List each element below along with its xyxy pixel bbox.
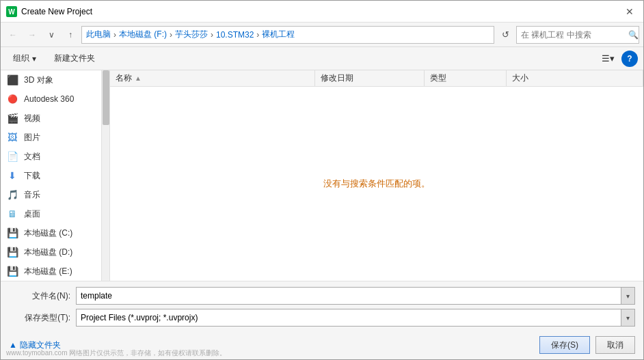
- file-area: 名称 ▲ 修改日期 类型 大小 没有与搜索条件匹配的项。: [110, 70, 643, 281]
- sidebar-item-driveE[interactable]: 💾 本地磁盘 (E:): [1, 262, 101, 281]
- sidebar-label-autodesk: Autodesk 360: [24, 94, 96, 104]
- sidebar-item-autodesk[interactable]: 🔴 Autodesk 360: [1, 89, 101, 109]
- sidebar-label-driveE: 本地磁盘 (E:): [24, 266, 96, 277]
- dialog-window: W Create New Project ✕ ← → ∨ ↑ 此电脑 › 本地磁…: [0, 0, 644, 360]
- file-header: 名称 ▲ 修改日期 类型 大小: [110, 70, 643, 87]
- help-button[interactable]: ?: [621, 51, 638, 67]
- sidebar-label-music: 音乐: [24, 189, 96, 201]
- organize-label: 组织: [13, 53, 29, 64]
- filename-input-wrap: ▾: [76, 287, 635, 305]
- address-bar: ← → ∨ ↑ 此电脑 › 本地磁盘 (F:) › 芋头莎莎 › 10.STM3…: [1, 23, 643, 47]
- sidebar-item-picture[interactable]: 🖼 图片: [1, 128, 101, 147]
- sidebar-label-video: 视频: [24, 113, 96, 124]
- filetype-label: 保存类型(T):: [9, 312, 70, 324]
- toolbar: 组织 ▾ 新建文件夹 ☰ ▾ ?: [1, 47, 643, 70]
- sort-arrow: ▲: [135, 74, 142, 82]
- sidebar-item-download[interactable]: ⬇ 下载: [1, 166, 101, 185]
- breadcrumb-folder3[interactable]: 裸机工程: [262, 29, 295, 40]
- 3d-icon: ⬛: [6, 74, 18, 86]
- save-button[interactable]: 保存(S): [539, 336, 590, 354]
- dropdown-nav-button[interactable]: ∨: [43, 27, 59, 43]
- sidebar-item-music[interactable]: 🎵 音乐: [1, 185, 101, 204]
- back-button[interactable]: ←: [5, 27, 21, 43]
- doc-icon: 📄: [6, 150, 18, 163]
- view-icon: ☰: [602, 53, 610, 64]
- filetype-dropdown-button[interactable]: ▾: [621, 309, 634, 326]
- sidebar-item-3d[interactable]: ⬛ 3D 对象: [1, 70, 101, 89]
- download-icon: ⬇: [6, 169, 18, 182]
- organize-arrow: ▾: [32, 54, 36, 64]
- new-folder-label: 新建文件夹: [54, 53, 95, 64]
- sidebar-label-picture: 图片: [24, 132, 96, 143]
- breadcrumb-drive-f[interactable]: 本地磁盘 (F:): [119, 29, 167, 40]
- search-icon[interactable]: 🔍: [628, 27, 639, 43]
- breadcrumb-bar: 此电脑 › 本地磁盘 (F:) › 芋头莎莎 › 10.STM32 › 裸机工程: [81, 26, 494, 44]
- picture-icon: 🖼: [6, 131, 18, 143]
- app-icon: W: [6, 6, 17, 17]
- search-bar: 🔍: [516, 26, 639, 44]
- title-bar: W Create New Project ✕: [1, 1, 643, 23]
- bottom-form: 文件名(N): ▾ 保存类型(T): ▾: [1, 281, 643, 332]
- sidebar-item-video[interactable]: 🎬 视频: [1, 109, 101, 128]
- sidebar-scrollbar[interactable]: [102, 70, 110, 281]
- music-icon: 🎵: [6, 189, 18, 201]
- filename-input[interactable]: [77, 288, 621, 304]
- file-empty-message: 没有与搜索条件匹配的项。: [110, 87, 643, 281]
- breadcrumb-folder2[interactable]: 10.STM32: [216, 30, 254, 40]
- desktop-icon: 🖥: [6, 208, 18, 220]
- filename-row: 文件名(N): ▾: [9, 287, 635, 305]
- sidebar-label-download: 下载: [24, 170, 96, 182]
- close-button[interactable]: ✕: [621, 3, 638, 20]
- cancel-button[interactable]: 取消: [595, 336, 635, 354]
- watermark-text: www.toymoban.com 网络图片仅供示范，非存储，如有侵权请联系删除。: [6, 348, 226, 358]
- filetype-input-wrap: ▾: [76, 309, 635, 327]
- sidebar-label-3d: 3D 对象: [24, 74, 96, 86]
- main-area: ⬛ 3D 对象 🔴 Autodesk 360 🎬 视频 🖼 图片 📄 文档 ⬇: [1, 70, 643, 281]
- search-input[interactable]: [517, 30, 628, 40]
- filename-label: 文件名(N):: [9, 290, 70, 302]
- sidebar: ⬛ 3D 对象 🔴 Autodesk 360 🎬 视频 🖼 图片 📄 文档 ⬇: [1, 70, 102, 281]
- view-button[interactable]: ☰ ▾: [598, 50, 617, 68]
- sidebar-label-driveC: 本地磁盘 (C:): [24, 227, 96, 239]
- driveD-icon: 💾: [6, 246, 18, 258]
- forward-button[interactable]: →: [24, 27, 40, 43]
- video-icon: 🎬: [6, 112, 18, 124]
- breadcrumb-folder1[interactable]: 芋头莎莎: [175, 29, 208, 40]
- title-text: Create New Project: [21, 7, 621, 16]
- sidebar-item-doc[interactable]: 📄 文档: [1, 147, 101, 166]
- driveE-icon: 💾: [6, 265, 18, 277]
- breadcrumb-this-pc[interactable]: 此电脑: [86, 29, 111, 40]
- column-name[interactable]: 名称 ▲: [110, 70, 315, 86]
- organize-button[interactable]: 组织 ▾: [6, 50, 43, 68]
- sidebar-item-desktop[interactable]: 🖥 桌面: [1, 204, 101, 223]
- new-folder-button[interactable]: 新建文件夹: [47, 50, 102, 68]
- sidebar-label-doc: 文档: [24, 151, 96, 163]
- autodesk-icon: 🔴: [6, 93, 18, 105]
- sidebar-item-driveC[interactable]: 💾 本地磁盘 (C:): [1, 223, 101, 243]
- driveC-icon: 💾: [6, 227, 18, 239]
- refresh-button[interactable]: ↺: [497, 27, 513, 43]
- column-size[interactable]: 大小: [507, 70, 643, 86]
- filetype-input[interactable]: [77, 309, 621, 326]
- filetype-row: 保存类型(T): ▾: [9, 309, 635, 327]
- view-arrow: ▾: [610, 53, 615, 64]
- scrollbar-thumb[interactable]: [103, 70, 109, 125]
- up-button[interactable]: ↑: [62, 27, 79, 43]
- sidebar-item-driveD[interactable]: 💾 本地磁盘 (D:): [1, 243, 101, 262]
- sidebar-label-driveD: 本地磁盘 (D:): [24, 247, 96, 258]
- sidebar-label-desktop: 桌面: [24, 208, 96, 220]
- column-type[interactable]: 类型: [425, 70, 507, 86]
- column-modified[interactable]: 修改日期: [315, 70, 425, 86]
- svg-text:W: W: [8, 8, 15, 16]
- help-icon: ?: [627, 54, 632, 64]
- filename-dropdown-button[interactable]: ▾: [621, 288, 634, 304]
